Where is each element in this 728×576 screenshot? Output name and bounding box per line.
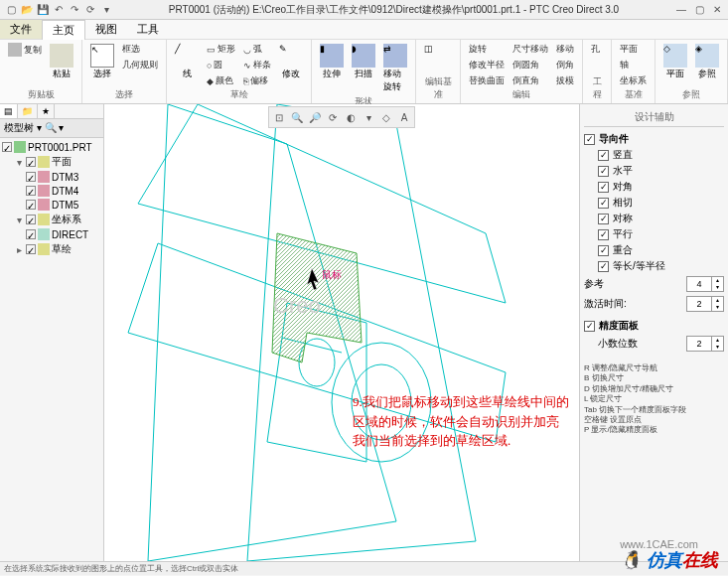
geomrule-button[interactable]: 几何规则	[120, 58, 160, 72]
windows-icon[interactable]: ▾	[99, 3, 113, 17]
dispstyle-icon[interactable]: ◐	[343, 109, 359, 125]
annot-disp-icon[interactable]: A	[396, 109, 412, 125]
axis-button[interactable]: 轴	[618, 58, 649, 72]
redo-icon[interactable]: ↷	[68, 3, 81, 17]
mirror-button[interactable]: 拔模	[554, 73, 576, 88]
check-coincident[interactable]: ✓重合	[598, 242, 724, 258]
model-tree-panel: ▤ 📁 ★ 模型树 ▾ 🔍 ▾ ✓PRT0001.PRT ▾✓平面 ✓DTM3 …	[0, 104, 104, 561]
check-diagonal[interactable]: ✓对角	[598, 179, 724, 195]
hole-button[interactable]: 孔	[589, 42, 602, 57]
refit-icon[interactable]: ⊡	[271, 109, 287, 125]
analyze-button[interactable]: 倒直角	[510, 73, 550, 88]
tree-tab-folder[interactable]: 📁	[18, 104, 38, 118]
footer-logo: 🐧 仿真在线	[620, 548, 718, 572]
open-icon[interactable]: 📂	[20, 3, 34, 17]
circle-button[interactable]: ○ 圆	[205, 58, 237, 72]
tree-dtm5[interactable]: ✓DTM5	[2, 198, 101, 212]
ref-spinner[interactable]: ▴▾	[686, 276, 724, 292]
line-button[interactable]: ╱线	[173, 42, 201, 82]
maximize-icon[interactable]: ▢	[692, 3, 706, 17]
check-symmetric[interactable]: ✓对称	[598, 211, 724, 226]
round-button[interactable]: 倒圆角	[510, 58, 550, 72]
view-toolbar: ⊡ 🔍 🔎 ⟳ ◐ ▾ ◇ A	[268, 106, 415, 128]
tree-sketch[interactable]: ▸✓草绘	[2, 241, 101, 257]
paste-icon	[50, 44, 73, 68]
minimize-icon[interactable]: —	[674, 3, 688, 17]
spline-button[interactable]: ∿ 样条	[241, 58, 273, 72]
check-equal[interactable]: ✓等长/等半径	[598, 258, 724, 274]
select-button[interactable]: ↖选择	[88, 42, 116, 82]
rect-button[interactable]: ▭ 矩形	[205, 42, 237, 57]
tab-view[interactable]: 视图	[85, 20, 127, 39]
tree-root[interactable]: ✓PRT0001.PRT	[2, 140, 101, 154]
ref-button[interactable]: ◈参照	[693, 42, 721, 82]
group-clipboard: 剪贴板	[6, 88, 75, 101]
zoomout-icon[interactable]: 🔎	[307, 109, 323, 125]
group-ref: 参照	[661, 88, 721, 101]
ref-icon: ◈	[695, 44, 719, 68]
csys-button[interactable]: 坐标系	[618, 73, 649, 88]
color-button[interactable]: ◆ 颜色	[205, 73, 237, 88]
cursor-label: 鼠标	[322, 269, 342, 280]
plane-button[interactable]: 平面	[618, 42, 649, 57]
tree-dtm3[interactable]: ✓DTM3	[2, 170, 101, 184]
tab-home[interactable]: 主页	[42, 20, 85, 40]
extrude-button[interactable]: ▮拉伸	[318, 42, 346, 82]
tree-csys[interactable]: ▾✓坐标系	[2, 212, 101, 227]
extrude-icon: ▮	[320, 44, 344, 68]
close-icon[interactable]: ✕	[710, 3, 724, 17]
chamfer-button[interactable]: 倒角	[554, 58, 576, 72]
check-horizontal[interactable]: ✓水平	[598, 163, 724, 179]
check-precision[interactable]: ✓精度面板	[584, 318, 724, 334]
modify-icon: ✎	[279, 44, 303, 68]
group-datum: 基准	[618, 88, 649, 101]
check-parallel[interactable]: ✓平行	[598, 226, 724, 242]
3d-viewport[interactable]: ⊡ 🔍 🔎 ⟳ ◐ ▾ ◇ A	[104, 104, 579, 561]
penguin-icon: 🐧	[620, 550, 642, 570]
copy-button[interactable]: 复制	[6, 42, 44, 58]
activate-label: 激活时间:	[584, 297, 627, 311]
offset-button[interactable]: ⎘ 偏移	[241, 73, 273, 88]
cursor-icon: ↖	[90, 44, 114, 68]
datum-disp-icon[interactable]: ◇	[378, 109, 394, 125]
arc-button[interactable]: ◡ 弧	[241, 42, 273, 57]
decimals-label: 小数位数	[598, 337, 638, 351]
editdatum-button[interactable]: ◫	[422, 42, 450, 70]
refplane-button[interactable]: ◇平面	[661, 42, 689, 82]
regen-icon[interactable]: ⟳	[83, 3, 97, 17]
activate-spinner[interactable]: ▴▾	[686, 296, 724, 312]
sweep-button[interactable]: ◗扫描	[350, 42, 377, 82]
dimmove-button[interactable]: 尺寸移动	[510, 42, 550, 57]
tree-tab-fav[interactable]: ★	[38, 104, 55, 118]
rotate-button[interactable]: 旋转	[467, 42, 507, 57]
zoomin-icon[interactable]: 🔍	[289, 109, 305, 125]
save-icon[interactable]: 💾	[36, 3, 50, 17]
replace-button[interactable]: 替换曲面	[467, 73, 507, 88]
editdatum-icon: ◫	[424, 44, 448, 68]
check-vertical[interactable]: ✓竖直	[598, 147, 724, 163]
check-tangent[interactable]: ✓相切	[598, 195, 724, 211]
move-rotate-icon: ⇄	[383, 44, 407, 68]
group-edit: 编辑	[467, 88, 576, 101]
modify-button[interactable]: ✎修改	[277, 42, 305, 82]
window-title: PRT0001 (活动的) E:\Creo工作目录\工作文件\0912\Dire…	[113, 3, 674, 17]
moverotate-button[interactable]: ⇄移动旋转	[381, 42, 409, 95]
editrad-button[interactable]: 修改半径	[467, 58, 507, 72]
move-button[interactable]: 移动	[554, 42, 576, 57]
check-guide[interactable]: ✓导向件	[584, 131, 724, 147]
savedview-icon[interactable]: ▾	[361, 109, 376, 125]
decimals-spinner[interactable]: ▴▾	[686, 336, 724, 352]
undo-icon[interactable]: ↶	[52, 3, 66, 17]
tree-tab-model[interactable]: ▤	[0, 104, 18, 118]
tree-dtm4[interactable]: ✓DTM4	[2, 184, 101, 198]
boxselect-button[interactable]: 框选	[120, 42, 160, 57]
paste-button[interactable]: 粘贴	[48, 42, 75, 82]
tab-file[interactable]: 文件	[0, 20, 42, 39]
tab-tools[interactable]: 工具	[127, 20, 169, 39]
tree-planes[interactable]: ▾✓平面	[2, 154, 101, 170]
tree-direct[interactable]: ✓DIRECT	[2, 227, 101, 241]
new-icon[interactable]: ▢	[4, 3, 18, 17]
repaint-icon[interactable]: ⟳	[325, 109, 341, 125]
ref-label: 参考	[584, 277, 604, 291]
line-icon: ╱	[175, 44, 199, 68]
